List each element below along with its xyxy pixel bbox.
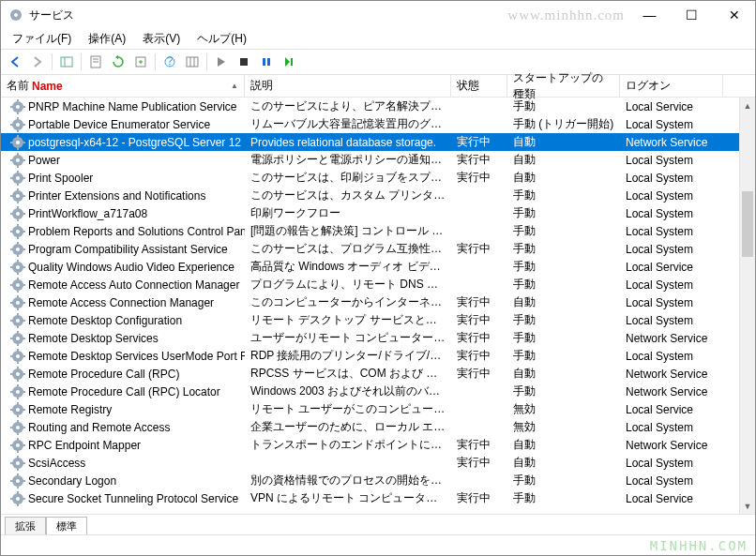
service-status-cell: 実行中 — [451, 170, 507, 186]
pause-service-button[interactable] — [256, 52, 277, 72]
svg-rect-105 — [10, 355, 13, 357]
forward-button[interactable] — [27, 52, 48, 72]
service-row[interactable]: Remote Registryリモート ユーザーがこのコンピューターのレジス..… — [1, 400, 739, 418]
column-startup[interactable]: スタートアップの種類 — [507, 75, 620, 97]
showhide-button[interactable] — [56, 52, 77, 72]
service-startup-cell: 手動 — [507, 330, 620, 346]
service-row[interactable]: Remote Procedure Call (RPC) LocatorWindo… — [1, 383, 739, 400]
svg-rect-147 — [10, 480, 13, 482]
svg-rect-129 — [10, 427, 13, 428]
close-button[interactable]: ✕ — [713, 1, 755, 29]
svg-rect-97 — [17, 331, 19, 334]
service-desc-cell: 高品質な Windows オーディオ ビデオ エクス... — [245, 259, 451, 275]
maximize-button[interactable]: ☐ — [671, 1, 713, 29]
menu-file[interactable]: ファイル(F) — [5, 29, 79, 49]
column-logon[interactable]: ログオン — [620, 75, 723, 97]
svg-rect-80 — [17, 290, 19, 293]
column-name[interactable]: 名前 Name ▲ — [1, 75, 245, 97]
sort-indicator-icon: ▲ — [231, 82, 238, 90]
svg-rect-87 — [10, 302, 13, 304]
vertical-scrollbar[interactable]: ▲ ▼ — [739, 98, 755, 514]
service-row[interactable]: Remote Desktop Services UserMode Port R.… — [1, 347, 739, 365]
export-button[interactable] — [130, 52, 151, 72]
refresh-button[interactable] — [108, 52, 129, 72]
service-row[interactable]: PrintWorkflow_a717a08印刷ワークフロー手動Local Sys… — [1, 204, 739, 222]
column-status[interactable]: 状態 — [451, 75, 507, 97]
watermark-bottom: MINHHN.COM — [650, 538, 748, 553]
svg-rect-73 — [17, 260, 19, 263]
svg-rect-68 — [17, 254, 19, 257]
svg-rect-13 — [240, 58, 248, 66]
columns-button[interactable] — [182, 52, 203, 72]
svg-point-18 — [16, 105, 20, 109]
service-row[interactable]: Secure Socket Tunneling Protocol Service… — [1, 489, 739, 507]
service-startup-cell: 手動 — [507, 188, 620, 203]
service-name-cell: Problem Reports and Solutions Control Pa… — [1, 224, 245, 239]
service-logon-cell: Network Service — [620, 136, 723, 149]
svg-rect-56 — [17, 218, 19, 221]
service-row[interactable]: Remote Desktop Configurationリモート デスクトップ … — [1, 311, 739, 329]
svg-rect-116 — [17, 397, 19, 399]
service-desc-cell: このサービスは、印刷ジョブをスプールし、プリ... — [245, 170, 451, 186]
back-button[interactable] — [5, 52, 25, 72]
service-row[interactable]: Routing and Remote Access企業ユーザーのために、ローカル… — [1, 418, 739, 436]
service-name-cell: Remote Access Auto Connection Manager — [1, 278, 245, 293]
svg-rect-38 — [17, 165, 19, 168]
service-row[interactable]: Print Spoolerこのサービスは、印刷ジョブをスプールし、プリ...実行… — [1, 169, 739, 187]
help-button[interactable]: ? — [159, 52, 180, 72]
service-name-cell: Portable Device Enumerator Service — [1, 117, 245, 132]
service-list[interactable]: PNRP Machine Name Publication Serviceこのサ… — [1, 98, 739, 514]
service-desc-cell: 別の資格情報でのプロセスの開始を有効に... — [245, 473, 451, 488]
service-row[interactable]: Remote Access Connection Managerこのコンピュータ… — [1, 293, 739, 311]
menu-view[interactable]: 表示(V) — [135, 29, 188, 49]
service-row[interactable]: Printer Extensions and Notificationsこのサー… — [1, 187, 739, 204]
service-row[interactable]: Problem Reports and Solutions Control Pa… — [1, 222, 739, 240]
scroll-thumb[interactable] — [742, 191, 753, 257]
scroll-up-button[interactable]: ▲ — [740, 98, 755, 113]
service-status-cell: 実行中 — [451, 152, 507, 168]
service-row[interactable]: postgresql-x64-12 - PostgreSQL Server 12… — [1, 133, 739, 151]
svg-point-48 — [16, 194, 20, 198]
scroll-down-button[interactable]: ▼ — [740, 498, 755, 514]
svg-rect-28 — [23, 124, 25, 126]
service-row[interactable]: Secondary Logon別の資格情報でのプロセスの開始を有効に...手動L… — [1, 472, 739, 489]
service-row[interactable]: Quality Windows Audio Video Experience高品… — [1, 258, 739, 276]
column-description[interactable]: 説明 — [245, 75, 451, 97]
svg-rect-124 — [23, 409, 25, 411]
service-row[interactable]: Program Compatibility Assistant Serviceこ… — [1, 240, 739, 258]
window-title: サービス — [29, 8, 74, 23]
service-startup-cell: 手動 — [507, 490, 620, 506]
service-name-cell: postgresql-x64-12 - PostgreSQL Server 12 — [1, 135, 245, 150]
svg-rect-86 — [17, 308, 19, 310]
start-service-button[interactable] — [211, 52, 232, 72]
service-row[interactable]: PNRP Machine Name Publication Serviceこのサ… — [1, 98, 739, 115]
svg-rect-109 — [17, 367, 19, 369]
properties-button[interactable] — [85, 52, 106, 72]
tab-extended[interactable]: 拡張 — [5, 517, 46, 534]
service-status-cell: 実行中 — [451, 241, 507, 257]
service-row[interactable]: ScsiAccess実行中自動Local System — [1, 454, 739, 472]
menu-action[interactable]: 操作(A) — [81, 29, 133, 49]
tab-standard[interactable]: 標準 — [46, 517, 87, 534]
minimize-button[interactable]: — — [628, 1, 671, 29]
service-name-cell: Remote Desktop Services UserMode Port R.… — [1, 349, 245, 364]
svg-point-42 — [16, 176, 20, 180]
service-logon-cell: Network Service — [620, 439, 723, 452]
service-row[interactable]: Remote Procedure Call (RPC)RPCSS サービスは、C… — [1, 365, 739, 383]
svg-rect-91 — [17, 313, 19, 316]
service-name-cell: Print Spooler — [1, 171, 245, 186]
service-name-cell: Remote Desktop Services — [1, 331, 245, 346]
service-row[interactable]: Portable Device Enumerator Serviceリムーバブル… — [1, 115, 739, 133]
service-startup-cell: 手動 — [507, 277, 620, 293]
service-row[interactable]: Remote Desktop Servicesユーザーがリモート コンピューター… — [1, 329, 739, 347]
service-row[interactable]: Power電源ポリシーと電源ポリシーの通知配信を...実行中自動Local Sy… — [1, 151, 739, 169]
svg-rect-121 — [17, 402, 19, 405]
stop-service-button[interactable] — [234, 52, 254, 72]
service-name-cell: Quality Windows Audio Video Experience — [1, 260, 245, 275]
service-startup-cell: 無効 — [507, 419, 620, 435]
service-row[interactable]: RPC Endpoint Mapperトランスポートのエンドポイントに対する R… — [1, 436, 739, 454]
restart-service-button[interactable] — [279, 52, 299, 72]
service-row[interactable]: Remote Access Auto Connection Managerプログ… — [1, 276, 739, 293]
svg-point-102 — [16, 354, 20, 358]
menu-help[interactable]: ヘルプ(H) — [189, 29, 254, 49]
